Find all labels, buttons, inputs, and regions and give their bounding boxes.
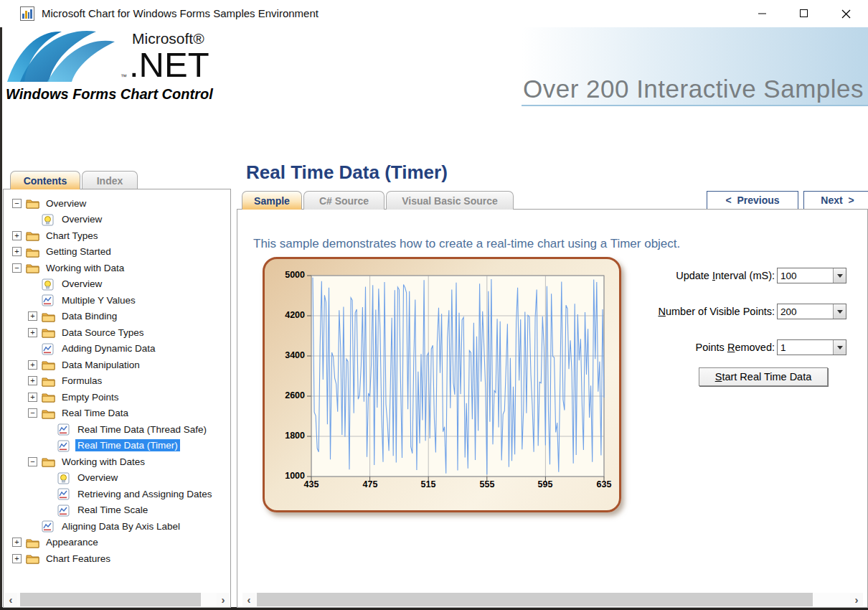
- tree-item-label[interactable]: Empty Points: [60, 391, 121, 403]
- collapse-icon[interactable]: −: [28, 408, 37, 418]
- points-removed-select[interactable]: 1: [777, 339, 846, 355]
- tab-visual-basic-source[interactable]: Visual Basic Source: [386, 191, 514, 210]
- dotnet-swoosh-icon: [6, 27, 128, 85]
- tree-item-label[interactable]: Overview: [60, 213, 104, 225]
- tree-item-label[interactable]: Aligning Data By Axis Label: [60, 520, 182, 532]
- tree-item[interactable]: Overview: [28, 276, 230, 293]
- x-axis-tick: 635: [588, 479, 620, 489]
- tree-item-label[interactable]: Working with Data: [44, 262, 126, 274]
- tree-item-label[interactable]: Chart Features: [44, 553, 113, 565]
- scroll-right-icon[interactable]: ›: [850, 593, 863, 606]
- sidebar-horizontal-scrollbar[interactable]: ‹ ›: [4, 593, 230, 606]
- tree-item[interactable]: Aligning Data By Axis Label: [28, 518, 230, 535]
- tree-item[interactable]: −Working with Data: [12, 260, 230, 276]
- scroll-left-icon[interactable]: ‹: [4, 593, 17, 606]
- tree-item[interactable]: Real Time Scale: [44, 502, 230, 519]
- tree-item[interactable]: +Data Source Types: [28, 324, 230, 341]
- tab-contents[interactable]: Contents: [10, 171, 80, 189]
- tree-item-label[interactable]: Multiple Y Values: [60, 294, 138, 306]
- tree-item-label[interactable]: Retrieving and Assigning Dates: [75, 488, 214, 500]
- chartdoc-icon: [42, 520, 55, 532]
- minimize-button[interactable]: [746, 4, 779, 23]
- tree-item-label[interactable]: Formulas: [60, 375, 104, 387]
- tree-item[interactable]: Adding Dynamic Data: [28, 341, 230, 357]
- collapse-icon[interactable]: −: [12, 263, 22, 273]
- chart-plot: [306, 274, 605, 484]
- expand-icon[interactable]: +: [28, 311, 37, 321]
- tree-item-label[interactable]: Real Time Data (Thread Safe): [75, 423, 209, 436]
- tree-item[interactable]: +Empty Points: [28, 389, 230, 405]
- tree-item[interactable]: +Appearance: [12, 535, 230, 551]
- main-scroll-thumb[interactable]: [257, 593, 813, 606]
- contents-tree: −OverviewOverview+Chart Types+Getting St…: [5, 195, 230, 590]
- points-removed-row: Points Removed: 1: [696, 339, 846, 355]
- tree-item-label[interactable]: Real Time Data (Timer): [75, 439, 180, 451]
- tree-item-label[interactable]: Overview: [75, 471, 120, 484]
- tree-item-label[interactable]: Real Time Scale: [75, 504, 150, 516]
- tree-item[interactable]: +Data Manipulation: [28, 357, 230, 373]
- tree-item-label[interactable]: Getting Started: [44, 245, 113, 258]
- app-icon[interactable]: [20, 6, 34, 21]
- tree-item[interactable]: +Chart Features: [12, 550, 230, 567]
- chevron-down-icon[interactable]: [833, 268, 846, 283]
- next-button[interactable]: Next >: [803, 191, 868, 210]
- collapse-icon[interactable]: −: [12, 199, 22, 208]
- expand-icon[interactable]: +: [12, 247, 22, 256]
- tree-item[interactable]: −Overview: [12, 195, 230, 212]
- tree-item-label[interactable]: Appearance: [44, 536, 100, 548]
- tree-item[interactable]: −Working with Dates: [28, 454, 230, 470]
- tree-item[interactable]: Multiple Y Values: [28, 292, 230, 309]
- expand-icon[interactable]: +: [28, 376, 37, 385]
- expand-icon[interactable]: +: [28, 360, 37, 370]
- tree-item-label[interactable]: Real Time Data: [60, 407, 131, 419]
- expand-icon[interactable]: +: [28, 328, 37, 337]
- window-title: Microsoft Chart for Windows Forms Sample…: [42, 7, 319, 19]
- sidebar-scroll-thumb[interactable]: [20, 593, 201, 606]
- bulb-icon: [42, 278, 55, 290]
- tree-item[interactable]: Retrieving and Assigning Dates: [44, 486, 230, 502]
- tab-csharp-source[interactable]: C# Source: [303, 191, 385, 210]
- tree-item[interactable]: Overview: [44, 470, 230, 487]
- tree-item-label[interactable]: Overview: [60, 278, 104, 290]
- chevron-down-icon[interactable]: [833, 340, 846, 355]
- expand-icon[interactable]: +: [28, 393, 37, 402]
- maximize-button[interactable]: [788, 4, 821, 23]
- tree-item[interactable]: Real Time Data (Thread Safe): [44, 421, 230, 438]
- tree-item-label[interactable]: Data Source Types: [60, 327, 146, 339]
- main-scroll-track[interactable]: [255, 593, 850, 606]
- tree-item-label[interactable]: Chart Types: [44, 230, 100, 242]
- maximize-icon: [800, 9, 808, 18]
- scroll-right-icon[interactable]: ›: [217, 593, 230, 606]
- tree-item[interactable]: Overview: [28, 212, 230, 228]
- visible-points-select[interactable]: 200: [777, 304, 846, 319]
- expand-icon[interactable]: +: [12, 231, 22, 240]
- tree-item-label[interactable]: Adding Dynamic Data: [60, 342, 158, 355]
- update-interval-select[interactable]: 100: [777, 268, 846, 283]
- scroll-left-icon[interactable]: ‹: [242, 593, 255, 606]
- tree-item[interactable]: +Chart Types: [12, 227, 230, 244]
- tree-item-label[interactable]: Working with Dates: [60, 456, 147, 468]
- tab-index[interactable]: Index: [82, 171, 138, 189]
- expand-icon[interactable]: +: [12, 554, 22, 563]
- start-real-time-data-button[interactable]: Start Real Time Data: [699, 367, 828, 386]
- expand-icon[interactable]: +: [12, 538, 22, 547]
- tree-item[interactable]: +Formulas: [28, 373, 230, 390]
- chevron-down-icon[interactable]: [833, 304, 846, 319]
- update-interval-row: Update Interval (mS): 100: [676, 268, 846, 283]
- close-button[interactable]: [829, 4, 862, 23]
- collapse-icon[interactable]: −: [28, 457, 37, 466]
- tree-item-label[interactable]: Data Manipulation: [60, 359, 142, 371]
- tab-sample[interactable]: Sample: [242, 191, 302, 210]
- tree-item-label[interactable]: Overview: [44, 197, 88, 210]
- tree-item[interactable]: +Getting Started: [12, 244, 230, 261]
- sidebar-scroll-track[interactable]: [17, 593, 217, 606]
- folder-icon: [42, 327, 55, 338]
- tree-item[interactable]: −Real Time Data: [28, 405, 230, 422]
- chartdoc-icon: [57, 440, 71, 451]
- main-horizontal-scrollbar[interactable]: ‹ ›: [242, 593, 863, 606]
- tree-item[interactable]: +Data Binding: [28, 309, 230, 325]
- contents-tree-panel: −OverviewOverview+Chart Types+Getting St…: [3, 189, 231, 608]
- tree-item-label[interactable]: Data Binding: [60, 310, 119, 322]
- previous-button[interactable]: < Previous: [707, 191, 798, 210]
- tree-item[interactable]: Real Time Data (Timer): [44, 438, 230, 454]
